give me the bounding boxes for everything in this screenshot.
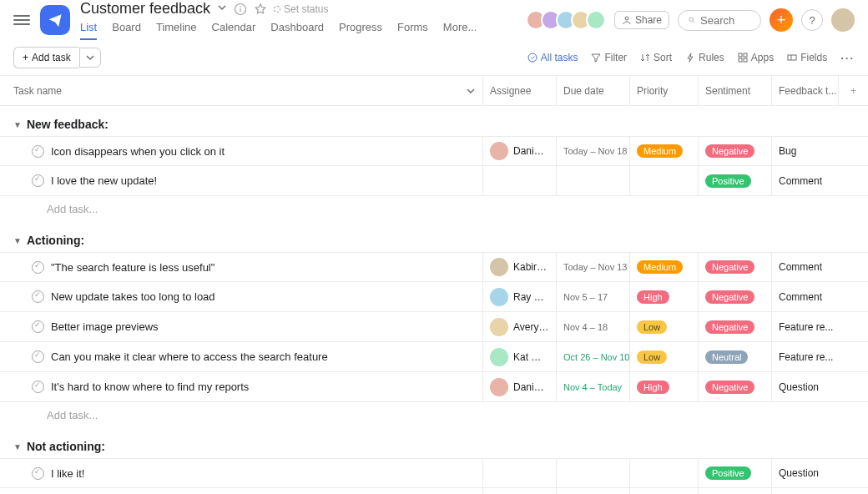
tab-dashboard[interactable]: Dashboard — [270, 21, 324, 40]
cell-sentiment[interactable]: Negative — [698, 253, 771, 281]
tab-timeline[interactable]: Timeline — [156, 21, 197, 40]
col-header-task[interactable]: Task name — [0, 85, 482, 97]
cell-assignee[interactable]: Kabir Madan — [482, 253, 556, 281]
caret-down-icon[interactable]: ▼ — [13, 442, 22, 451]
complete-checkbox[interactable] — [32, 174, 44, 187]
section-header[interactable]: ▼Not actioning: — [0, 428, 868, 458]
task-main[interactable]: Icon disappears when you click on it — [0, 145, 482, 158]
cell-feedback-type[interactable]: Bug — [771, 137, 838, 165]
cell-sentiment[interactable]: Negative — [698, 137, 771, 165]
col-header-assignee[interactable]: Assignee — [482, 76, 556, 105]
chevron-down-icon[interactable] — [466, 86, 476, 96]
title-dropdown-icon[interactable] — [217, 3, 227, 15]
cell-priority[interactable]: Low — [629, 342, 698, 371]
cell-sentiment[interactable]: Positive — [698, 166, 771, 195]
cell-assignee[interactable]: Daniela Var... — [482, 372, 556, 401]
cell-sentiment[interactable]: Negative — [698, 282, 771, 311]
complete-checkbox[interactable] — [32, 145, 44, 158]
cell-priority[interactable] — [629, 166, 698, 195]
project-title[interactable]: Customer feedback — [80, 0, 210, 18]
project-icon[interactable] — [40, 5, 70, 35]
complete-checkbox[interactable] — [32, 467, 44, 480]
tab-calendar[interactable]: Calendar — [212, 21, 256, 40]
task-row[interactable]: I love the new update!PositiveComment — [0, 166, 868, 196]
caret-down-icon[interactable]: ▼ — [13, 120, 22, 129]
complete-checkbox[interactable] — [32, 381, 44, 393]
add-task-inline[interactable]: Add task... — [0, 196, 868, 222]
cell-priority[interactable] — [629, 488, 698, 494]
cell-assignee[interactable]: Ray Brooks — [482, 282, 556, 311]
cell-sentiment[interactable]: Positive — [698, 488, 771, 494]
star-icon[interactable] — [254, 3, 267, 16]
cell-feedback-type[interactable]: Feature re... — [771, 312, 838, 341]
cell-due-date[interactable] — [556, 459, 629, 487]
all-tasks-button[interactable]: All tasks — [527, 52, 578, 63]
cell-priority[interactable]: Medium — [629, 137, 698, 165]
cell-feedback-type[interactable]: Feature re... — [771, 342, 838, 371]
cell-priority[interactable]: High — [629, 282, 698, 311]
task-main[interactable]: Better image previews — [0, 320, 482, 333]
col-header-due[interactable]: Due date — [556, 76, 629, 105]
cell-assignee[interactable]: Daniela Var... — [482, 137, 556, 165]
cell-assignee[interactable]: Kat Mooney — [482, 342, 556, 371]
share-button[interactable]: Share — [614, 11, 669, 29]
member-avatars[interactable] — [526, 10, 606, 30]
cell-sentiment[interactable]: Neutral — [698, 342, 771, 371]
section-header[interactable]: ▼New feedback: — [0, 106, 868, 136]
col-header-priority[interactable]: Priority — [629, 76, 698, 105]
add-task-button[interactable]: + Add task — [13, 47, 79, 68]
task-row[interactable]: Icon disappears when you click on itDani… — [0, 136, 868, 166]
task-row[interactable]: The redesign makes the mobile app so muc… — [0, 488, 868, 494]
fields-button[interactable]: Fields — [787, 52, 827, 63]
cell-assignee[interactable]: Avery Lomax — [482, 312, 556, 341]
col-header-type[interactable]: Feedback t... — [771, 76, 838, 105]
tab-board[interactable]: Board — [112, 21, 141, 40]
tab-forms[interactable]: Forms — [397, 21, 428, 40]
col-header-sentiment[interactable]: Sentiment — [698, 76, 771, 105]
tab-list[interactable]: List — [80, 21, 97, 40]
cell-due-date[interactable]: Today – Nov 13 — [556, 253, 629, 281]
cell-priority[interactable]: Low — [629, 312, 698, 341]
task-row[interactable]: Can you make it clear where to access th… — [0, 342, 868, 372]
cell-feedback-type[interactable]: Question — [771, 372, 838, 401]
cell-sentiment[interactable]: Positive — [698, 459, 771, 487]
task-main[interactable]: New update takes too long to load — [0, 290, 482, 303]
search-input[interactable] — [700, 14, 750, 27]
cell-feedback-type[interactable]: Comment — [771, 488, 838, 494]
cell-assignee[interactable] — [482, 166, 556, 195]
task-row[interactable]: Better image previewsAvery LomaxNov 4 – … — [0, 312, 868, 342]
add-column-button[interactable]: + — [838, 76, 868, 105]
complete-checkbox[interactable] — [32, 350, 44, 363]
task-main[interactable]: I like it! — [0, 467, 482, 480]
section-header[interactable]: ▼Actioning: — [0, 222, 868, 252]
task-row[interactable]: It's hard to know where to find my repor… — [0, 372, 868, 402]
complete-checkbox[interactable] — [32, 261, 44, 274]
info-icon[interactable] — [234, 3, 247, 16]
cell-due-date[interactable]: Today – Nov 18 — [556, 137, 629, 165]
task-row[interactable]: New update takes too long to loadRay Bro… — [0, 282, 868, 312]
cell-feedback-type[interactable]: Comment — [771, 166, 838, 195]
cell-assignee[interactable] — [482, 488, 556, 494]
help-button[interactable]: ? — [801, 9, 823, 31]
task-main[interactable]: It's hard to know where to find my repor… — [0, 381, 482, 393]
cell-feedback-type[interactable]: Question — [771, 459, 838, 487]
tab-progress[interactable]: Progress — [339, 21, 382, 40]
task-row[interactable]: I like it!PositiveQuestion — [0, 458, 868, 488]
task-main[interactable]: I love the new update! — [0, 174, 482, 187]
task-row[interactable]: "The search feature is less useful"Kabir… — [0, 252, 868, 282]
add-task-inline[interactable]: Add task... — [0, 402, 868, 428]
add-task-dropdown[interactable] — [79, 48, 101, 68]
cell-due-date[interactable]: Nov 5 – 17 — [556, 282, 629, 311]
cell-priority[interactable]: High — [629, 372, 698, 401]
complete-checkbox[interactable] — [32, 290, 44, 303]
caret-down-icon[interactable]: ▼ — [13, 236, 22, 245]
search-box[interactable] — [678, 10, 761, 31]
filter-button[interactable]: Filter — [591, 52, 627, 63]
cell-feedback-type[interactable]: Comment — [771, 282, 838, 311]
cell-priority[interactable]: Medium — [629, 253, 698, 281]
cell-due-date[interactable] — [556, 488, 629, 494]
cell-sentiment[interactable]: Negative — [698, 372, 771, 401]
global-add-button[interactable]: + — [770, 8, 793, 32]
cell-sentiment[interactable]: Negative — [698, 312, 771, 341]
cell-due-date[interactable] — [556, 166, 629, 195]
